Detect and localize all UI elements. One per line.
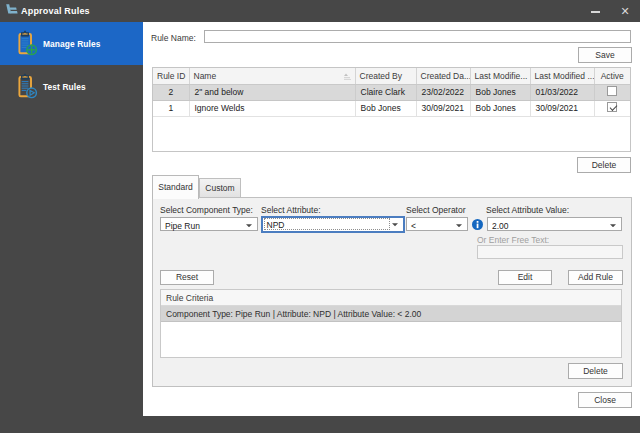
col-header-created-date[interactable]: Created Da... [416,68,470,84]
dropdown-arrow-icon [456,224,462,228]
component-type-select[interactable]: Pipe Run [160,217,258,231]
grid-header-row: Rule ID Name Created By Created Da... La… [153,68,630,84]
standard-tab-panel: Select Component Type: Select Attribute:… [152,197,632,387]
operator-select[interactable]: < [406,217,468,231]
info-icon[interactable] [472,219,483,230]
sidebar-item-test-rules[interactable]: Test Rules [0,65,143,108]
dropdown-arrow-icon [392,223,398,227]
col-header-last-modified-date[interactable]: Last Modified ... [530,68,594,84]
tab-standard[interactable]: Standard [152,175,199,199]
free-text-label: Or Enter Free Text: [477,235,549,245]
attribute-value-select[interactable]: 2.00 [487,217,622,231]
active-checkbox[interactable] [607,86,617,96]
sidebar: Manage Rules Test Rules [0,22,143,416]
window-title: Approval Rules [21,6,90,16]
dropdown-arrow-icon [610,224,616,228]
grid-row-2[interactable]: 1 Ignore Welds Bob Jones 30/09/2021 Bob … [153,100,630,116]
manage-rules-clipboard-icon [17,30,37,56]
rule-criteria-list: Rule Criteria Component Type: Pipe Run |… [160,289,622,358]
active-checkbox[interactable] [607,102,617,112]
close-icon: ✕ [620,5,629,17]
rule-criteria-row[interactable]: Component Type: Pipe Run | Attribute: NP… [161,306,621,322]
delete-rule-button[interactable]: Delete [577,157,631,173]
attribute-select[interactable]: NPD [261,216,405,233]
edit-button[interactable]: Edit [498,270,552,285]
col-header-name[interactable]: Name [189,68,355,84]
attribute-label: Select Attribute: [261,205,321,215]
sidebar-item-label: Manage Rules [43,39,101,49]
main-panel: Rule Name: Save Rule ID Name Created By … [143,22,640,416]
dropdown-arrow-icon [246,224,252,228]
col-header-last-modified-by[interactable]: Last Modifie... [470,68,530,84]
col-header-active[interactable]: Active [594,68,630,84]
sort-icon [343,73,351,81]
rule-name-input[interactable] [204,30,631,43]
sidebar-item-label: Test Rules [43,82,86,92]
free-text-input[interactable] [477,245,623,259]
delete-criteria-button[interactable]: Delete [568,363,623,379]
save-button[interactable]: Save [578,47,632,63]
close-button[interactable]: Close [578,392,632,408]
grid-row-1[interactable]: 2 2" and below Claire Clark 23/02/2022 B… [153,84,630,100]
sidebar-item-manage-rules[interactable]: Manage Rules [0,22,143,65]
minimize-button[interactable] [580,0,610,22]
reset-button[interactable]: Reset [160,270,214,285]
rules-grid: Rule ID Name Created By Created Da... La… [152,67,631,152]
test-rules-clipboard-icon [17,73,37,99]
minimize-icon [591,11,600,13]
col-header-created-by[interactable]: Created By [355,68,416,84]
rule-name-label: Rule Name: [151,33,196,43]
tab-custom[interactable]: Custom [199,178,241,197]
col-header-rule-id[interactable]: Rule ID [153,68,189,84]
app-logo-icon [6,4,18,16]
attribute-value-label: Select Attribute Value: [486,205,569,215]
component-type-label: Select Component Type: [160,205,253,215]
title-bar: Approval Rules ✕ [0,0,640,22]
rule-criteria-header: Rule Criteria [161,290,621,306]
operator-label: Select Operator [406,205,466,215]
add-rule-button[interactable]: Add Rule [568,270,623,285]
app-window: Approval Rules ✕ Manage Rules [0,0,640,433]
close-window-button[interactable]: ✕ [610,0,640,22]
